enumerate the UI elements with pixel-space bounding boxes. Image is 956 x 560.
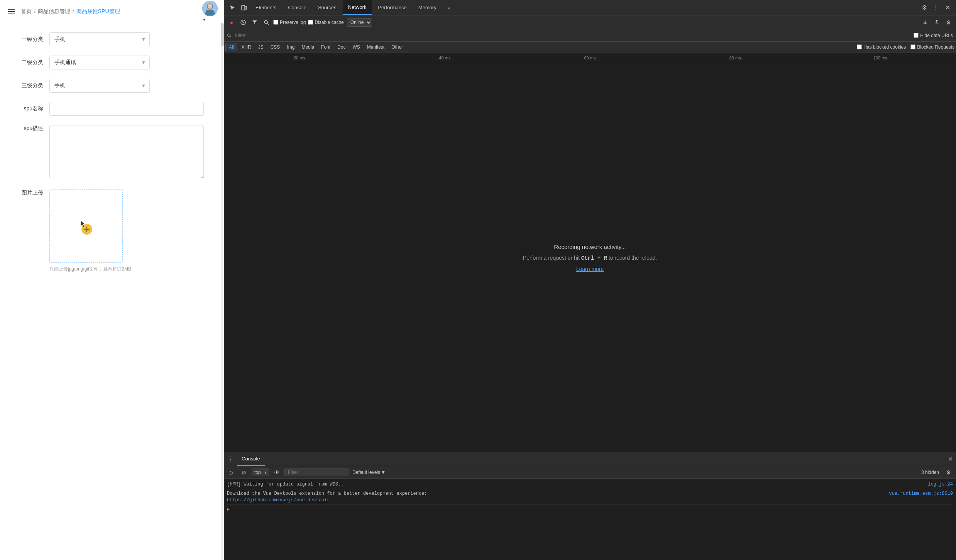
- console-line-1-source[interactable]: log.js:24: [928, 481, 953, 488]
- default-levels-arrow: ▼: [381, 470, 386, 475]
- tab-performance[interactable]: Performance: [372, 0, 412, 15]
- disable-cache-checkbox[interactable]: [308, 20, 313, 25]
- type-btn-manifest[interactable]: Manifest: [364, 43, 387, 51]
- console-close-button[interactable]: ✕: [948, 455, 953, 463]
- has-blocked-cookies-checkbox[interactable]: [857, 44, 862, 49]
- search-icon[interactable]: [262, 18, 271, 27]
- preserve-log-checkbox[interactable]: [273, 20, 278, 25]
- console-stop-icon[interactable]: ⊘: [239, 468, 249, 477]
- clear-button[interactable]: [239, 18, 248, 27]
- filter-input[interactable]: [235, 32, 299, 38]
- hidden-count: 3 hidden: [921, 470, 939, 475]
- avatar: [202, 1, 218, 16]
- devtools-pointer-icon[interactable]: [227, 2, 238, 13]
- console-prompt-input[interactable]: [232, 507, 953, 512]
- select-level3[interactable]: 手机: [49, 79, 150, 93]
- console-output: [HMR] Waiting for update signal from WDS…: [224, 479, 956, 560]
- console-tab[interactable]: Console: [237, 452, 265, 466]
- input-spu-name[interactable]: [49, 102, 204, 116]
- filter-toggle-icon[interactable]: [250, 18, 259, 27]
- console-settings-icon[interactable]: ⚙: [944, 468, 953, 477]
- select-level1[interactable]: 手机: [49, 32, 150, 46]
- type-btn-all[interactable]: All: [225, 43, 237, 51]
- form-content: 一级分类 手机 ▼ 二级分类 手机通讯 ▼ 三级分类: [0, 23, 224, 560]
- breadcrumb-spu-mgmt[interactable]: 商品属性SPU管理: [76, 8, 120, 15]
- menu-icon[interactable]: [6, 7, 16, 16]
- select-level2[interactable]: 手机通讯: [49, 56, 150, 69]
- default-levels-label: Default levels: [352, 470, 380, 475]
- has-blocked-cookies-text: Has blocked cookies: [863, 44, 906, 50]
- control-spu-name: [49, 102, 212, 116]
- learn-more-link[interactable]: Learn more: [576, 266, 604, 272]
- console-eye-icon[interactable]: 👁: [272, 468, 281, 477]
- timeline-label-20ms: 20 ms: [227, 56, 372, 60]
- perform-text-before: Perform a request or hit: [523, 255, 581, 261]
- export-icon[interactable]: [932, 18, 941, 27]
- console-line-2-source[interactable]: vue.runtime.esm.js:8010: [889, 491, 953, 497]
- tab-sources[interactable]: Sources: [313, 0, 342, 15]
- tab-console[interactable]: Console: [283, 0, 312, 15]
- console-header: ⋮ Console ✕: [224, 452, 956, 466]
- avatar-dropdown-arrow: ▼: [202, 18, 206, 22]
- has-blocked-cookies-label[interactable]: Has blocked cookies: [857, 44, 906, 50]
- devtools-close-icon[interactable]: ✕: [942, 2, 953, 13]
- devtools-more-icon[interactable]: ⋮: [931, 2, 941, 13]
- textarea-spu-desc[interactable]: [49, 125, 204, 179]
- disable-cache-checkbox-label[interactable]: Disable cache: [308, 20, 343, 25]
- record-button[interactable]: ●: [227, 18, 236, 27]
- type-btn-img[interactable]: Img: [284, 43, 298, 51]
- label-spu-name: spu名称: [12, 105, 43, 112]
- settings-icon[interactable]: ⚙: [944, 18, 953, 27]
- label-upload: 图片上传: [12, 189, 43, 196]
- svg-line-14: [267, 23, 269, 25]
- devtools-device-icon[interactable]: [239, 2, 249, 13]
- type-btn-doc[interactable]: Doc: [334, 43, 349, 51]
- console-more-icon[interactable]: ⋮: [227, 455, 234, 464]
- default-levels-button[interactable]: Default levels ▼: [352, 470, 386, 475]
- blocked-requests-checkbox[interactable]: [910, 44, 915, 49]
- hide-data-urls-checkbox[interactable]: [914, 33, 919, 38]
- timeline-labels: 20 ms 40 ms 60 ms 80 ms 100 ms: [227, 56, 953, 60]
- control-upload: 只能上传jpg/png/gif文件，且不超过2MB: [49, 189, 212, 272]
- vue-devtools-link[interactable]: https://github.com/vuejs/vue-devtools: [227, 497, 330, 503]
- type-filter-bar: All XHR JS CSS Img Media Font Doc WS Man…: [224, 42, 956, 52]
- console-prompt: ▶: [227, 505, 953, 514]
- type-btn-media[interactable]: Media: [298, 43, 317, 51]
- tab-more[interactable]: »: [443, 0, 456, 15]
- preserve-log-checkbox-label[interactable]: Preserve log: [273, 20, 306, 25]
- console-filter-input[interactable]: [284, 469, 349, 476]
- hide-data-urls-label[interactable]: Hide data URLs: [914, 33, 953, 38]
- throttle-select[interactable]: Online: [347, 18, 372, 27]
- breadcrumb-product-mgmt[interactable]: 商品信息管理: [38, 8, 70, 15]
- form-row-upload: 图片上传: [12, 189, 212, 272]
- console-target-select[interactable]: top: [252, 469, 269, 476]
- select-level2-wrapper: 手机通讯 ▼: [49, 56, 150, 69]
- import-icon[interactable]: [920, 18, 930, 27]
- devtools-topbar: Elements Console Sources Network Perform…: [224, 0, 956, 15]
- type-btn-other[interactable]: Other: [388, 43, 406, 51]
- upload-area[interactable]: [49, 189, 123, 263]
- console-line-1: [HMR] Waiting for update signal from WDS…: [227, 480, 953, 489]
- type-btn-font[interactable]: Font: [318, 43, 333, 51]
- devtools-settings-icon[interactable]: ⚙: [919, 2, 930, 13]
- perform-shortcut: Ctrl + R: [581, 255, 607, 261]
- throttle-icon[interactable]: Online: [346, 18, 373, 27]
- type-btn-css[interactable]: CSS: [267, 43, 283, 51]
- control-spu-desc: [49, 125, 212, 180]
- tab-network[interactable]: Network: [343, 0, 372, 15]
- avatar-container[interactable]: ▼: [202, 1, 218, 22]
- type-btn-ws[interactable]: WS: [349, 43, 363, 51]
- type-btn-js[interactable]: JS: [255, 43, 267, 51]
- blocked-requests-label[interactable]: Blocked Requests: [910, 44, 954, 50]
- form-row-spu-desc: spu描述: [12, 125, 212, 180]
- console-target-wrapper: top ▼: [252, 469, 269, 476]
- type-btn-xhr[interactable]: XHR: [238, 43, 254, 51]
- devtools-panel: Elements Console Sources Network Perform…: [224, 0, 956, 560]
- app-scrollbar[interactable]: [221, 23, 224, 560]
- tab-elements[interactable]: Elements: [250, 0, 282, 15]
- console-line-2-text: Download the Vue Devtools extension for …: [227, 491, 886, 504]
- network-main: Recording network activity... Perform a …: [224, 63, 956, 452]
- breadcrumb-home[interactable]: 首页: [21, 8, 32, 15]
- tab-memory[interactable]: Memory: [413, 0, 442, 15]
- console-run-icon[interactable]: ▷: [227, 468, 236, 477]
